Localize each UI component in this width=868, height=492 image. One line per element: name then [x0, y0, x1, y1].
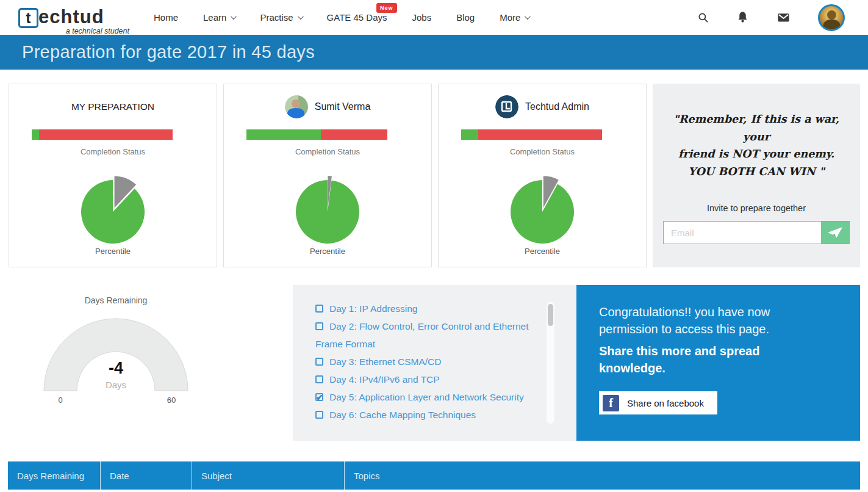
- quote-line: YOU BOTH CAN WIN ": [663, 163, 850, 181]
- nav-item-practise[interactable]: Practise: [260, 12, 301, 23]
- top-navbar: t echtud a technical student Home Learn …: [0, 0, 868, 35]
- percentile-pie-chart: [75, 172, 151, 247]
- gauge-chart: -4 Days 0 60: [30, 305, 201, 405]
- invite-panel: "Remember, If this is a war, your friend…: [653, 84, 860, 267]
- checklist-item-day-1[interactable]: Day 1: IP Addressing: [315, 300, 541, 317]
- checklist-item-day-6[interactable]: Day 6: Cache Mapping Techniques: [315, 406, 541, 424]
- nav-item-label: GATE 45 Days: [327, 12, 387, 23]
- days-remaining-gauge-area: Days Remaining -4 Days 0 60: [9, 285, 293, 441]
- member-name: Sumit Verma: [315, 101, 371, 112]
- pie-slice-green: [296, 180, 359, 244]
- techtud-logo[interactable]: t echtud a technical student: [18, 7, 129, 28]
- pie-slice-green: [511, 180, 574, 244]
- checkbox-icon[interactable]: [315, 358, 323, 366]
- nav-item-label: Learn: [203, 12, 226, 23]
- checklist-item-label: Day 2: Flow Control, Error Control and E…: [315, 321, 529, 349]
- checklist-item-day-4[interactable]: Day 4: IPv4/IPv6 and TCP: [315, 371, 541, 388]
- completion-progress-fill: [246, 129, 321, 140]
- user-avatar[interactable]: [818, 4, 845, 31]
- search-icon[interactable]: [698, 12, 709, 23]
- nav-item-label: Blog: [456, 12, 475, 23]
- checklist-item-day-2[interactable]: Day 2: Flow Control, Error Control and E…: [315, 317, 541, 353]
- nav-item-learn[interactable]: Learn: [203, 12, 235, 23]
- column-header-subject[interactable]: Subject: [192, 461, 345, 490]
- logo-tagline: a technical student: [66, 27, 129, 35]
- completion-status-label: Completion Status: [9, 147, 217, 156]
- nav-item-jobs[interactable]: Jobs: [412, 12, 432, 23]
- checkbox-icon[interactable]: [315, 322, 323, 330]
- page-title: Preparation for gate 2017 in 45 days: [22, 42, 315, 62]
- card-header: Sumit Verma: [224, 84, 431, 129]
- nav-item-label: Jobs: [412, 12, 432, 23]
- share-message: Share this more and spread knowledge.: [599, 342, 800, 377]
- checklist-item-label: Day 6: Cache Mapping Techniques: [329, 410, 476, 420]
- checklist-item-day-5[interactable]: ✔Day 5: Application Layer and Network Se…: [315, 388, 541, 406]
- share-on-facebook-button[interactable]: f Share on facebook: [599, 391, 717, 414]
- gauge-unit: Days: [106, 380, 126, 390]
- invite-email-input[interactable]: [664, 222, 821, 244]
- nav-item-label: Practise: [260, 12, 293, 23]
- page-title-banner: Preparation for gate 2017 in 45 days: [0, 35, 868, 70]
- notifications-bell-icon[interactable]: [736, 11, 749, 24]
- checklist-item-label: Day 1: IP Addressing: [329, 303, 417, 314]
- gauge-max-tick: 60: [167, 396, 176, 405]
- percentile-label: Percentile: [224, 247, 431, 256]
- completion-progress-bar: [461, 129, 602, 140]
- checkbox-icon[interactable]: [315, 305, 323, 313]
- checklist-item-label: Day 4: IPv4/IPv6 and TCP: [329, 374, 440, 385]
- percentile-pie-chart: [290, 172, 365, 247]
- days-remaining-gauge: Days Remaining -4 Days 0 60: [24, 295, 207, 405]
- completion-progress-fill: [32, 129, 39, 140]
- completion-progress-bar: [246, 129, 387, 140]
- logo-brand-text: echtud: [38, 7, 104, 27]
- checkbox-icon[interactable]: [315, 411, 323, 419]
- completion-status-label: Completion Status: [439, 147, 646, 156]
- checkbox-icon[interactable]: [315, 375, 323, 383]
- quote-line: friend is NOT your enemy.: [663, 145, 850, 163]
- share-button-label: Share on facebook: [627, 398, 704, 408]
- check-mark-icon: ✔: [316, 389, 323, 407]
- member-card-techtud-admin: Techtud Admin Completion Status Percenti…: [438, 84, 647, 267]
- gauge-min-tick: 0: [58, 396, 62, 405]
- member-name: Techtud Admin: [525, 101, 589, 112]
- member-avatar[interactable]: [285, 95, 308, 118]
- motivation-quote: "Remember, If this is a war, your friend…: [663, 110, 850, 180]
- middle-row: Days Remaining -4 Days 0 60 Day 1: IP Ad…: [9, 285, 860, 441]
- completion-progress-bar: [32, 129, 173, 140]
- nav-item-home[interactable]: Home: [154, 12, 178, 23]
- checklist-item-label: Day 3: Ethernet CSMA/CD: [329, 356, 441, 367]
- paper-plane-icon: [827, 226, 843, 239]
- nav-item-more[interactable]: More: [500, 12, 529, 23]
- facebook-icon: f: [603, 395, 619, 411]
- logo-mark-icon: t: [18, 8, 38, 28]
- percentile-label: Percentile: [439, 247, 646, 256]
- checklist-item-day-3[interactable]: Day 3: Ethernet CSMA/CD: [315, 353, 541, 371]
- checklist-scrollbar-thumb[interactable]: [548, 304, 553, 326]
- pie-slice-green: [81, 180, 145, 244]
- gauge-value: -4: [109, 359, 123, 377]
- chevron-down-icon: [298, 13, 304, 20]
- chevron-down-icon: [231, 13, 237, 20]
- column-header-days-remaining[interactable]: Days Remaining: [8, 461, 101, 490]
- column-header-date[interactable]: Date: [101, 461, 192, 490]
- completion-progress-fill: [461, 129, 478, 140]
- congratulations-message: Congratulations!! you have now permissio…: [599, 303, 806, 338]
- percentile-pie-chart: [504, 172, 580, 247]
- send-invite-button[interactable]: [821, 222, 849, 244]
- percentile-label: Percentile: [9, 247, 217, 256]
- messages-envelope-icon[interactable]: [777, 10, 791, 24]
- nav-item-gate-45-days[interactable]: GATE 45 Days New: [327, 12, 387, 23]
- card-header: MY PREPARATION: [9, 84, 217, 129]
- column-header-topics[interactable]: Topics: [345, 461, 860, 490]
- preparation-cards-row: MY PREPARATION Completion Status Percent…: [9, 84, 860, 267]
- gauge-title: Days Remaining: [24, 295, 207, 305]
- completion-status-label: Completion Status: [224, 147, 431, 156]
- member-avatar[interactable]: [495, 95, 518, 118]
- checkbox-checked-icon[interactable]: ✔: [315, 393, 323, 401]
- main-nav: Home Learn Practise GATE 45 Days New Job…: [154, 12, 529, 23]
- checklist-item-label: Day 5: Application Layer and Network Sec…: [329, 392, 524, 402]
- checklist-scrollbar-track[interactable]: [547, 302, 554, 424]
- member-card-sumit-verma: Sumit Verma Completion Status Percentile: [223, 84, 432, 267]
- nav-item-blog[interactable]: Blog: [456, 12, 475, 23]
- invite-email-row: [663, 221, 850, 244]
